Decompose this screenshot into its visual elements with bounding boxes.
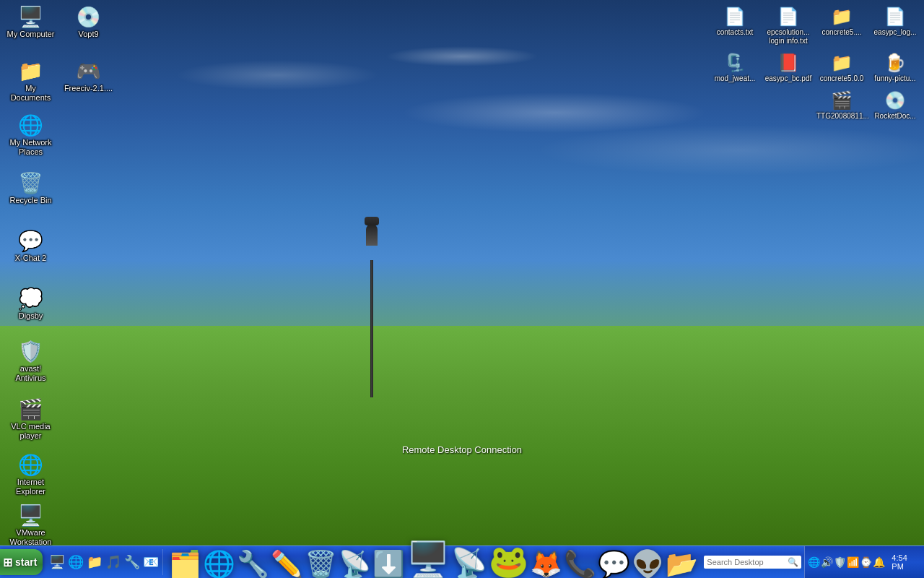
network-places-icon: 🌐 (19, 113, 43, 137)
dock-icon-skype[interactable]: 📞 (564, 551, 596, 577)
ql-icon-media[interactable]: 🎵 (105, 553, 122, 571)
concrete5-0-label: concrete5.0.0 (820, 74, 864, 83)
dock-icon-cnot[interactable]: 💬 (598, 551, 630, 577)
dock-icon-folder[interactable]: 📂 (666, 551, 698, 577)
lamp-head (365, 217, 379, 260)
ql-icon-mycomp[interactable]: 🖥️ (48, 553, 66, 571)
digsby-label: Digsby (19, 311, 43, 321)
epcsolution-icon: 📄 (777, 5, 800, 28)
dock-icon-finder[interactable]: 🗂️ (169, 551, 201, 577)
dock-icon-rdc[interactable]: 🖥️ (406, 543, 450, 577)
dock-cnot-icon: 💬 (598, 551, 630, 577)
grass-layer (0, 326, 924, 545)
lamp-post (365, 217, 379, 397)
dock-rss-icon: 📡 (339, 551, 371, 577)
desktop-icon-concrete5-folder[interactable]: 📁 concrete5.... (816, 4, 867, 47)
lamp-pole (370, 260, 373, 397)
rocketdoc-label: RocketDoc... (874, 112, 915, 121)
systray-bell-icon[interactable]: 🔔 (873, 556, 885, 568)
easypc-log-icon: 📄 (884, 5, 907, 28)
dock-icon-frogger[interactable]: 🐸 (489, 545, 528, 577)
vmware-label: VMware Workstation (5, 528, 56, 547)
desktop-icon-xchat2[interactable]: 💬 X-Chat 2 (4, 228, 58, 264)
desktop-icon-my-documents[interactable]: 📁 My Documents (4, 58, 58, 104)
search-box[interactable]: 🔍 (704, 556, 801, 569)
systray-shield-icon[interactable]: 🛡️ (834, 556, 846, 568)
my-documents-icon: 📁 (19, 59, 43, 82)
desktop-icon-network-places[interactable]: 🌐 My Network Places (4, 112, 58, 158)
dock-icon-tools[interactable]: 🔧 (237, 551, 269, 577)
mod-jweat-label: mod_jweat... (715, 74, 756, 83)
dock-icon-pencil[interactable]: ✏️ (271, 551, 303, 577)
search-input[interactable] (707, 558, 786, 566)
desktop-icon-vmware[interactable]: 🖥️ VMware Workstation (4, 502, 58, 548)
start-button[interactable]: ⊞ start (0, 549, 43, 575)
digsby-icon: 💭 (19, 287, 43, 310)
desktop-icon-epcsolution[interactable]: 📄 epcsolution... login info.txt (763, 4, 814, 47)
vmware-icon: 🖥️ (19, 504, 43, 527)
mod-jweat-icon: 🗜️ (723, 51, 746, 74)
dock-icon-ie[interactable]: 🌐 (203, 551, 235, 577)
clock-time: 4:54 PM (892, 553, 915, 571)
ql-icon-folder[interactable]: 📁 (86, 553, 103, 571)
desktop-icon-easypc-bc[interactable]: 📕 easypc_bc.pdf (763, 50, 814, 85)
desktop-icon-avast[interactable]: 🛡️ avast! Antivirus (4, 338, 58, 384)
concrete5-folder-icon: 📁 (830, 5, 853, 28)
desktop-icon-ie[interactable]: 🌐 Internet Explorer (4, 452, 58, 498)
desktop-icon-contacts[interactable]: 📄 contacts.txt (710, 4, 760, 47)
dock-icon-trash[interactable]: 🗑️ (305, 551, 337, 577)
avast-label: avast! Antivirus (5, 364, 56, 383)
freeciv-icon: 🎮 (77, 59, 100, 82)
dock-icon-alienware[interactable]: 👽 (632, 551, 664, 577)
ttg-label: TTG20080811... (816, 112, 867, 121)
dock-trash-icon: 🗑️ (305, 551, 337, 577)
dock-icon-utorrent[interactable]: ⬇️ (372, 551, 405, 577)
desktop-icon-mod-jweat[interactable]: 🗜️ mod_jweat... (710, 50, 760, 85)
desktop-icon-vopt9[interactable]: 💿 Vopt9 (61, 4, 116, 40)
desktop-icon-recycle-bin[interactable]: 🗑️ Recycle Bin (4, 170, 58, 207)
top-right-icons: 📄 contacts.txt 📄 epcsolution... login in… (704, 4, 920, 122)
ql-icon-tools[interactable]: 🔧 (123, 553, 141, 571)
funny-pic-label: funny-pictu... (874, 74, 915, 83)
desktop-icon-my-computer[interactable]: 🖥️ My Computer (4, 4, 58, 40)
search-button[interactable]: 🔍 (788, 557, 798, 567)
concrete5-0-icon: 📁 (830, 51, 853, 74)
desktop-icon-freeciv[interactable]: 🎮 Freeciv-2.1.... (61, 58, 116, 95)
desktop-icon-rocketdoc[interactable]: 💿 RocketDoc... (870, 87, 920, 122)
dock-icons-container: 🗂️ 🌐 🔧 ✏️ 🗑️ 📡 ⬇️ (163, 543, 704, 577)
desktop-icon-digsby[interactable]: 💭 Digsby (4, 285, 58, 322)
systray-volume-icon[interactable]: 🔊 (821, 556, 833, 568)
ttg-icon: 🎬 (830, 89, 853, 112)
systray-network-icon[interactable]: 🌐 (808, 556, 820, 568)
vopt9-icon: 💿 (77, 5, 100, 28)
easypc-bc-label: easypc_bc.pdf (765, 74, 812, 83)
desktop-icon-vlc[interactable]: 🎬 VLC media player (4, 396, 58, 442)
dock-firefox-icon: 🦊 (530, 551, 562, 577)
network-places-label: My Network Places (5, 138, 56, 157)
dock-icon-firefox[interactable]: 🦊 (530, 551, 562, 577)
dock-tools-icon: 🔧 (237, 551, 269, 577)
desktop-icon-easypc-log[interactable]: 📄 easypc_log... (870, 4, 920, 47)
ql-icon-mail[interactable]: 📧 (142, 553, 160, 571)
easypc-bc-icon: 📕 (777, 51, 800, 74)
recycle-bin-label: Recycle Bin (9, 196, 51, 205)
systray-clock-icon[interactable]: ⌚ (860, 556, 872, 568)
vlc-label: VLC media player (5, 422, 56, 441)
ql-icon-ie[interactable]: 🌐 (67, 553, 84, 571)
systray-wifi-icon[interactable]: 📶 (847, 556, 859, 568)
desktop-icon-ttg[interactable]: 🎬 TTG20080811... (816, 87, 867, 122)
dock-icon-satellite[interactable]: 📡 (451, 548, 487, 577)
dock-icon-rss[interactable]: 📡 (339, 551, 371, 577)
quicklaunch-area: 🖥️ 🌐 📁 🎵 🔧 📧 (45, 549, 163, 575)
dock-pencil-icon: ✏️ (271, 551, 303, 577)
desktop-icon-concrete5-0[interactable]: 📁 concrete5.0.0 (816, 50, 867, 85)
my-documents-label: My Documents (5, 84, 56, 103)
vopt9-label: Vopt9 (78, 30, 98, 39)
taskbar: ⊞ start 🖥️ 🌐 📁 🎵 🔧 📧 🗂️ 🌐 🔧 (0, 545, 924, 578)
desktop-icon-funny-pic[interactable]: 🍺 funny-pictu... (870, 50, 920, 85)
my-computer-label: My Computer (6, 30, 54, 39)
freeciv-label: Freeciv-2.1.... (64, 84, 113, 93)
dock-skype-icon: 📞 (564, 551, 596, 577)
desktop: 🖥️ My Computer 💿 Vopt9 📁 My Documents 🎮 … (0, 0, 924, 578)
dock-frogger-icon: 🐸 (489, 545, 528, 577)
